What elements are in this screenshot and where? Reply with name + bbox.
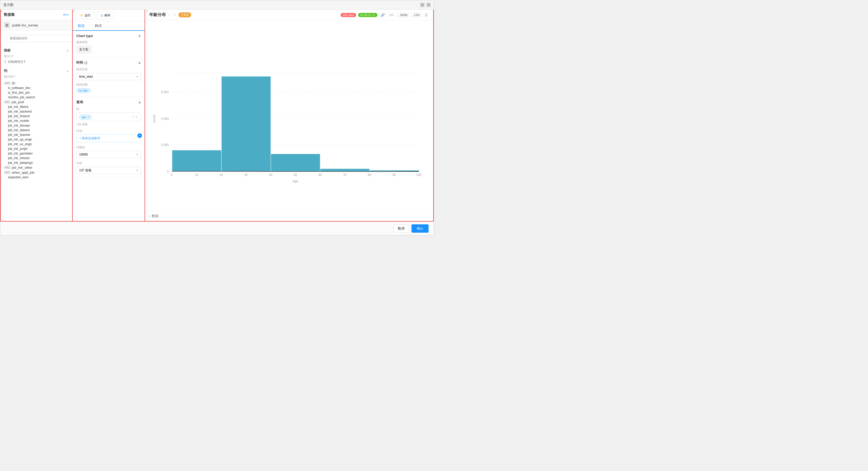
- json-button[interactable]: .JSON: [397, 13, 409, 17]
- close-button[interactable]: ✕: [427, 3, 431, 7]
- chart-title: 年龄分布: [149, 12, 166, 18]
- filter-plus-icon[interactable]: +: [137, 133, 142, 138]
- list-item: job_intr_mobile: [1, 119, 72, 123]
- list-item: ABC job_intr_other: [1, 165, 72, 170]
- data-section[interactable]: › 数据: [145, 211, 433, 221]
- bar-40-60: [271, 154, 320, 171]
- svg-text:20: 20: [220, 173, 223, 177]
- col-dropdown-icon[interactable]: ▼: [135, 115, 138, 119]
- panel3-num: 3: [146, 9, 148, 13]
- panel1-num: 1: [1, 9, 2, 13]
- rows-badge: 10k rows: [341, 13, 356, 17]
- columns-section-title: 列: [4, 68, 7, 73]
- col-select[interactable]: age ✕ ✕ ▼: [76, 113, 141, 121]
- time-range-label: 时间范围: [76, 83, 141, 87]
- time-title: 时间 i: [76, 60, 88, 65]
- chart-type-section-header[interactable]: Chart type ∧: [73, 31, 145, 40]
- svg-text:50: 50: [293, 173, 297, 177]
- minimize-button[interactable]: ⊡: [420, 3, 425, 7]
- columns-toggle[interactable]: ∧: [66, 69, 69, 73]
- list-item: job_intr_fillstck: [1, 105, 72, 109]
- csv-button[interactable]: .CSV: [411, 13, 422, 17]
- data-section-label: 数据: [152, 214, 159, 218]
- panel1-title: 数据集: [4, 12, 15, 17]
- datasource-name: public.fcc_survey: [12, 23, 38, 27]
- link-icon[interactable]: 🔗: [379, 13, 386, 17]
- search-input[interactable]: [7, 35, 72, 42]
- time-chevron-icon: ∧: [138, 61, 141, 65]
- list-item: job_intr_dataengn: [1, 160, 72, 165]
- metric-item: f COUNT(*) ?: [1, 59, 72, 64]
- list-item: job_intr_backend: [1, 109, 72, 114]
- time-range-badge[interactable]: No filter: [76, 88, 91, 93]
- list-item: job_intr_projm: [1, 146, 72, 151]
- svg-text:60: 60: [318, 173, 322, 177]
- time-badge: 00:00:01:12: [358, 13, 377, 17]
- cancel-button[interactable]: 取消: [393, 224, 409, 233]
- col-clear-icon[interactable]: ✕: [132, 115, 134, 119]
- col-label: 列: [76, 107, 141, 111]
- chart-type-title: Chart type: [76, 34, 93, 38]
- chart-type-value[interactable]: 直方图: [76, 46, 91, 53]
- svg-text:6,000: 6,000: [161, 90, 169, 94]
- list-item: is_first_dev_job: [1, 90, 72, 95]
- metric-name: COUNT(*) ?: [8, 60, 25, 64]
- tab-style[interactable]: 样式: [90, 22, 107, 30]
- star-icon[interactable]: ☆: [168, 13, 171, 17]
- bar-60-80: [320, 169, 370, 171]
- metrics-count: 显示1个: [1, 54, 72, 59]
- save-icon: ⊙: [101, 14, 103, 17]
- time-field-label: 时间字段: [76, 67, 141, 71]
- add-filter-button[interactable]: + 添加过滤条件: [76, 134, 141, 142]
- query-chevron-icon: ∧: [138, 100, 141, 104]
- svg-text:0: 0: [171, 173, 173, 177]
- svg-text:0: 0: [167, 170, 169, 173]
- list-item: job_intr_frntend: [1, 114, 72, 119]
- confirm-button[interactable]: 确认: [411, 224, 429, 233]
- svg-text:2,000: 2,000: [161, 143, 169, 147]
- list-item: is_software_dev: [1, 86, 72, 90]
- chart-type-chevron-icon: ∧: [138, 34, 141, 38]
- list-item: job_intr_infosec: [1, 156, 72, 160]
- svg-text:10: 10: [195, 173, 198, 177]
- bar-20-40: [222, 76, 271, 171]
- metrics-section-title: 指标: [4, 48, 10, 53]
- list-item: job_intr_gamedev: [1, 151, 72, 156]
- col-remove-icon[interactable]: ✕: [87, 115, 90, 119]
- list-item: ABC when_appl_job: [1, 170, 72, 175]
- svg-text:4,000: 4,000: [161, 117, 169, 121]
- time-info-icon[interactable]: i: [84, 61, 88, 65]
- more-icon[interactable]: ☰: [424, 13, 429, 17]
- edit-icon[interactable]: ✎: [173, 13, 176, 17]
- changed-badge: 已更改: [179, 12, 191, 17]
- metrics-toggle[interactable]: ∧: [66, 49, 69, 53]
- bar-80-100: [370, 170, 419, 171]
- histogram-chart: count 0 2,000: [150, 25, 428, 207]
- time-section-header[interactable]: 时间 i ∧: [73, 57, 145, 67]
- svg-text:30: 30: [244, 173, 248, 177]
- collapse-icon[interactable]: ⟸: [63, 12, 69, 17]
- group-label: 分组: [76, 161, 141, 165]
- metric-type: f: [4, 60, 7, 64]
- list-item: job_intr_devops: [1, 123, 72, 128]
- bar-0-20: [172, 150, 221, 171]
- svg-text:70: 70: [343, 173, 347, 177]
- filter-label: 过滤: [76, 129, 141, 133]
- chart-type-label: 图表类型: [76, 40, 141, 44]
- save-button[interactable]: ⊙ 保存: [97, 12, 114, 19]
- group-select[interactable]: 137 选项: [76, 167, 141, 174]
- table-icon: ⊞: [4, 22, 10, 28]
- col-badge[interactable]: age ✕: [79, 115, 92, 120]
- code-icon[interactable]: </>: [388, 13, 395, 17]
- list-item: job_intr_qa_engn: [1, 137, 72, 142]
- window-title: 直方图: [3, 3, 13, 7]
- run-button[interactable]: ⚡ 运行: [76, 12, 95, 19]
- list-item: job_intr_ux_engn: [1, 142, 72, 146]
- query-section-header[interactable]: 查询 ∧: [73, 97, 145, 107]
- row-limit-select[interactable]: 10000: [76, 151, 141, 158]
- list-item: job_intr_datasci: [1, 128, 72, 133]
- list-item: ABC ID: [1, 81, 72, 86]
- time-field-select[interactable]: time_start: [76, 73, 141, 80]
- tab-data[interactable]: 数据: [73, 22, 90, 31]
- lightning-icon: ⚡: [80, 14, 84, 17]
